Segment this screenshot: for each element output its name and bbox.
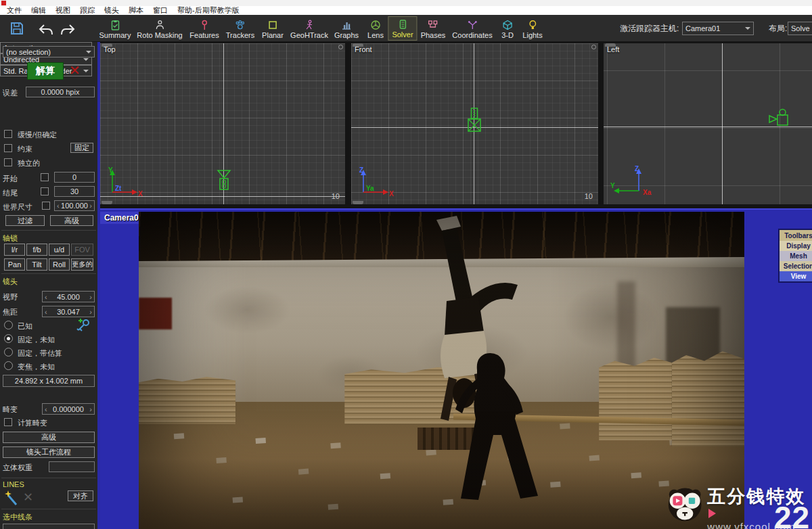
tab-lights[interactable]: Lights xyxy=(519,16,545,41)
phases-icon xyxy=(428,20,438,30)
footage-vignette xyxy=(139,212,744,529)
tab-summary[interactable]: Summary xyxy=(95,16,134,41)
fov-spinner[interactable]: ‹ 45.000 › xyxy=(42,291,95,302)
grid-center-line xyxy=(722,43,723,204)
advanced-button[interactable]: 高级 xyxy=(50,215,93,226)
lens-workflow-button[interactable]: 镜头工作流程 xyxy=(3,446,95,458)
calc-distortion-checkbox[interactable] xyxy=(4,418,12,426)
axis-lock-roll-button[interactable]: Roll xyxy=(49,258,70,271)
fixed-button[interactable]: 固定 xyxy=(70,143,93,153)
viewport-tab[interactable] xyxy=(102,43,112,47)
tab-planar[interactable]: Planar xyxy=(258,16,287,41)
world-size-spinner[interactable]: ‹ 100.000 › xyxy=(54,200,95,211)
tab-coordinates[interactable]: Coordinates xyxy=(449,16,495,41)
menu-edit[interactable]: 编辑 xyxy=(31,6,46,15)
camera-footage[interactable] xyxy=(139,212,744,529)
start-field[interactable]: 0 xyxy=(54,172,95,183)
filter-button[interactable]: 过滤 xyxy=(5,215,45,226)
align-button[interactable]: 对齐 xyxy=(68,490,93,501)
distortion-spinner[interactable]: ‹ 0.000000 › xyxy=(42,403,95,415)
fixed-unknown-radio[interactable] xyxy=(4,334,13,343)
end-checkbox[interactable] xyxy=(41,187,49,196)
clipboard-check-icon xyxy=(110,20,120,30)
menu-script[interactable]: 脚本 xyxy=(129,6,143,15)
axis-lock-pan-button[interactable]: Pan xyxy=(4,258,25,271)
active-host-dropdown[interactable]: Camera01 xyxy=(682,22,754,35)
layout-dropdown[interactable]: Solve xyxy=(788,22,812,35)
axis-lock-ud-button[interactable]: u/d xyxy=(49,244,70,256)
spinner-left-icon[interactable]: ‹ xyxy=(45,405,47,413)
tab-features[interactable]: Features xyxy=(186,16,222,41)
stereo-weight-field[interactable] xyxy=(49,461,95,472)
menu-view[interactable]: 视图 xyxy=(55,6,70,15)
bulb-icon xyxy=(527,20,538,30)
focal-spinner[interactable]: ‹ 30.047 › xyxy=(42,306,95,317)
context-menu-display[interactable]: Display xyxy=(780,241,812,251)
tab-roto-masking[interactable]: Roto Masking xyxy=(133,16,185,41)
axis-lock-tilt-button[interactable]: Tilt xyxy=(26,258,47,271)
menu-file[interactable]: 文件 xyxy=(7,6,22,15)
main-toolbar: Summary Roto Masking Features Trackers xyxy=(0,15,812,42)
solve-button[interactable]: 解算 xyxy=(27,62,64,80)
close-icon[interactable]: ✕ xyxy=(69,62,81,78)
menu-window[interactable]: 窗口 xyxy=(153,6,168,15)
known-radio[interactable] xyxy=(4,321,13,329)
tab-trackers[interactable]: Trackers xyxy=(223,16,258,41)
viewport-top[interactable]: Top Y Zt X 10 xyxy=(100,43,345,204)
axis-lock-more-button[interactable]: 更多的 xyxy=(71,258,93,271)
spinner-left-icon[interactable]: ‹ xyxy=(57,202,60,210)
viewport-tab[interactable] xyxy=(605,43,616,47)
tab-3d[interactable]: 3-D xyxy=(498,16,517,41)
tab-solver[interactable]: Solver xyxy=(388,16,417,41)
known-label: 已知 xyxy=(18,321,32,331)
axis-lock-fb-button[interactable]: f/b xyxy=(26,244,47,256)
selection-dropdown[interactable]: (no selection) xyxy=(3,46,95,58)
viewport-front[interactable]: Front Z Ya X 10 xyxy=(351,43,598,204)
advanced2-button[interactable]: 高级 xyxy=(3,432,95,443)
spinner-right-icon[interactable]: › xyxy=(89,405,92,413)
viewport-menu-icon[interactable] xyxy=(591,45,596,49)
end-field[interactable]: 30 xyxy=(54,186,95,197)
axis-gizmo-icon: Z Ya X xyxy=(354,165,397,202)
context-menu-mesh[interactable]: Mesh xyxy=(780,251,812,261)
spinner-right-icon[interactable]: › xyxy=(89,202,92,210)
spinner-right-icon[interactable]: › xyxy=(89,308,92,316)
menu-lens[interactable]: 镜头 xyxy=(104,6,119,15)
context-menu-header[interactable]: Toolbars xyxy=(780,230,812,241)
menu-help[interactable]: 帮助-后期帮教学版 xyxy=(177,6,240,15)
spinner-right-icon[interactable]: › xyxy=(89,293,92,301)
viewport-menu-icon[interactable] xyxy=(338,45,343,49)
fov-value: 45.000 xyxy=(57,293,80,301)
tab-lens[interactable]: Lens xyxy=(364,16,387,41)
axis-lock-lr-button[interactable]: l/r xyxy=(4,244,25,256)
key-icon[interactable] xyxy=(76,318,91,333)
camera-gizmo-icon[interactable] xyxy=(215,169,233,192)
independent-checkbox[interactable] xyxy=(4,158,12,166)
redo-icon[interactable] xyxy=(60,24,76,36)
world-size-checkbox[interactable] xyxy=(42,202,50,210)
selected-lines-field[interactable] xyxy=(3,524,95,529)
axis-lock-fov-button: FOV xyxy=(71,244,93,256)
spinner-left-icon[interactable]: ‹ xyxy=(45,293,47,301)
start-checkbox[interactable] xyxy=(41,173,49,181)
error-field: 0.0000 hpix xyxy=(26,87,95,97)
menu-track[interactable]: 跟踪 xyxy=(80,6,95,15)
wand-icon[interactable] xyxy=(4,490,19,506)
zoom-unknown-radio[interactable] xyxy=(4,361,13,370)
camera-gizmo-icon[interactable] xyxy=(467,107,482,134)
back-plate-field[interactable]: 24.892 x 14.002 mm xyxy=(3,375,95,387)
save-icon[interactable] xyxy=(9,21,24,36)
tab-graphs[interactable]: Graphs xyxy=(331,16,362,41)
slow-sure-checkbox[interactable] xyxy=(4,130,12,138)
viewport-tab[interactable] xyxy=(353,43,363,47)
context-menu-view[interactable]: View xyxy=(780,271,812,281)
viewport-left[interactable]: Left Z Y Xa xyxy=(604,43,812,204)
spinner-left-icon[interactable]: ‹ xyxy=(45,308,47,316)
context-menu-selection[interactable]: Selection xyxy=(780,261,812,271)
constrain-checkbox[interactable] xyxy=(4,144,12,152)
camera-gizmo-icon[interactable] xyxy=(768,108,791,129)
fixed-estimate-radio[interactable] xyxy=(4,348,13,356)
tab-phases[interactable]: Phases xyxy=(418,16,449,41)
undo-icon[interactable] xyxy=(38,24,54,36)
tab-geohtrack[interactable]: GeoHTrack xyxy=(287,16,332,41)
